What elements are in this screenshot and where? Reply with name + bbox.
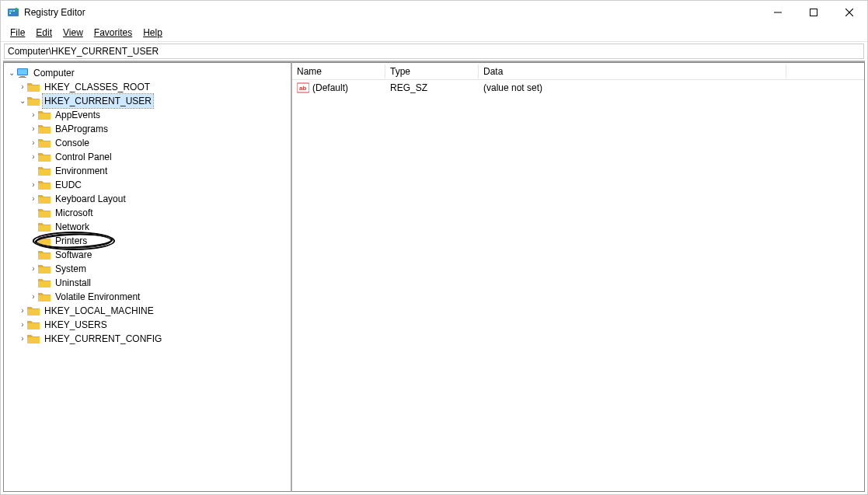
folder-icon bbox=[38, 221, 51, 232]
tree-label: EUDC bbox=[54, 178, 83, 192]
svg-rect-3 bbox=[9, 12, 11, 14]
tree-node-system[interactable]: ›System bbox=[7, 262, 291, 276]
values-pane[interactable]: Name Type Data ab (Default) REG_SZ (valu… bbox=[292, 62, 865, 492]
chevron-right-icon[interactable]: › bbox=[29, 262, 38, 276]
folder-icon bbox=[27, 319, 40, 330]
chevron-right-icon[interactable]: › bbox=[29, 192, 38, 206]
chevron-right-icon[interactable]: › bbox=[18, 332, 27, 346]
string-value-icon: ab bbox=[297, 82, 309, 93]
minimize-button[interactable] bbox=[760, 1, 796, 24]
tree-node-eudc[interactable]: ›EUDC bbox=[7, 178, 291, 192]
tree-node-console[interactable]: ›Console bbox=[7, 136, 291, 150]
folder-icon bbox=[38, 263, 51, 274]
folder-icon bbox=[27, 333, 40, 344]
tree-label: System bbox=[54, 262, 88, 276]
tree-node-software[interactable]: ›Software bbox=[7, 248, 291, 262]
svg-rect-6 bbox=[810, 9, 817, 16]
tree-label: Microsoft bbox=[54, 206, 95, 220]
tree-node-microsoft[interactable]: ›Microsoft bbox=[7, 206, 291, 220]
menu-edit[interactable]: Edit bbox=[31, 26, 57, 40]
tree-node-hkcr[interactable]: › HKEY_CLASSES_ROOT bbox=[7, 80, 291, 94]
content-area: ⌄ Computer › HKEY_CLASSES_ROOT ⌄ HKEY_CU… bbox=[3, 61, 865, 492]
tree-node-environment[interactable]: ›Environment bbox=[7, 164, 291, 178]
tree-node-hklm[interactable]: ›HKEY_LOCAL_MACHINE bbox=[7, 304, 291, 318]
chevron-right-icon[interactable]: › bbox=[18, 304, 27, 318]
chevron-right-icon[interactable]: › bbox=[29, 150, 38, 164]
tree-label: Network bbox=[54, 220, 91, 234]
col-header-data[interactable]: Data bbox=[479, 64, 786, 78]
tree-label: Software bbox=[54, 248, 93, 262]
tree-label: Volatile Environment bbox=[54, 290, 141, 304]
folder-icon bbox=[27, 305, 40, 316]
tree-label: Environment bbox=[54, 164, 109, 178]
chevron-right-icon[interactable]: › bbox=[29, 290, 38, 304]
folder-icon bbox=[38, 277, 51, 288]
value-name: (Default) bbox=[312, 82, 348, 93]
svg-rect-2 bbox=[13, 10, 15, 12]
tree-pane[interactable]: ⌄ Computer › HKEY_CLASSES_ROOT ⌄ HKEY_CU… bbox=[3, 62, 292, 492]
address-bar[interactable]: Computer\HKEY_CURRENT_USER bbox=[4, 44, 864, 59]
chevron-right-icon[interactable]: › bbox=[29, 234, 38, 248]
tree-label: HKEY_USERS bbox=[43, 318, 109, 332]
svg-text:ab: ab bbox=[299, 85, 306, 92]
menu-help[interactable]: Help bbox=[138, 26, 167, 40]
svg-rect-13 bbox=[20, 76, 25, 77]
tree-node-volatile[interactable]: ›Volatile Environment bbox=[7, 290, 291, 304]
folder-icon bbox=[38, 249, 51, 260]
tree-node-hkcu[interactable]: ⌄ HKEY_CURRENT_USER bbox=[7, 94, 291, 108]
menu-file[interactable]: File bbox=[5, 26, 30, 40]
titlebar: Registry Editor bbox=[1, 1, 867, 24]
address-text: Computer\HKEY_CURRENT_USER bbox=[8, 46, 159, 57]
tree-node-baprograms[interactable]: ›BAPrograms bbox=[7, 122, 291, 136]
svg-rect-1 bbox=[9, 10, 12, 12]
tree-node-hkcc[interactable]: ›HKEY_CURRENT_CONFIG bbox=[7, 332, 291, 346]
folder-icon bbox=[38, 110, 51, 120]
tree-label: HKEY_CLASSES_ROOT bbox=[43, 80, 152, 94]
menu-favorites[interactable]: Favorites bbox=[89, 26, 137, 40]
window-title: Registry Editor bbox=[24, 7, 760, 18]
chevron-right-icon[interactable]: › bbox=[18, 80, 27, 94]
chevron-right-icon[interactable]: › bbox=[29, 108, 38, 122]
tree-label: Keyboard Layout bbox=[54, 192, 127, 206]
computer-icon bbox=[16, 68, 29, 78]
chevron-right-icon[interactable]: › bbox=[29, 136, 38, 150]
value-type: REG_SZ bbox=[385, 82, 479, 93]
svg-rect-14 bbox=[19, 77, 26, 78]
svg-rect-12 bbox=[18, 69, 27, 75]
tree-label: HKEY_LOCAL_MACHINE bbox=[43, 304, 155, 318]
tree-node-controlpanel[interactable]: ›Control Panel bbox=[7, 150, 291, 164]
col-header-extra[interactable] bbox=[786, 70, 864, 73]
tree-label: HKEY_CURRENT_CONFIG bbox=[43, 332, 163, 346]
tree-node-computer[interactable]: ⌄ Computer bbox=[7, 66, 291, 80]
regedit-icon bbox=[7, 6, 19, 19]
tree-label: Console bbox=[54, 136, 91, 150]
close-button[interactable] bbox=[831, 1, 867, 24]
folder-icon bbox=[38, 152, 51, 162]
folder-icon bbox=[38, 193, 51, 204]
chevron-right-icon[interactable]: › bbox=[29, 178, 38, 192]
col-header-type[interactable]: Type bbox=[385, 64, 479, 78]
chevron-right-icon[interactable]: › bbox=[29, 122, 38, 136]
tree-node-hku[interactable]: ›HKEY_USERS bbox=[7, 318, 291, 332]
folder-icon bbox=[38, 235, 51, 246]
tree-label: HKEY_CURRENT_USER bbox=[43, 94, 153, 108]
chevron-right-icon[interactable]: › bbox=[18, 318, 27, 332]
col-header-name[interactable]: Name bbox=[292, 64, 385, 78]
maximize-button[interactable] bbox=[796, 1, 831, 24]
folder-icon bbox=[38, 166, 51, 176]
folder-icon bbox=[27, 96, 40, 106]
tree-node-printers[interactable]: ›Printers bbox=[7, 234, 291, 248]
menu-view[interactable]: View bbox=[58, 26, 88, 40]
svg-point-4 bbox=[15, 8, 18, 11]
chevron-down-icon[interactable]: ⌄ bbox=[7, 66, 16, 80]
list-row[interactable]: ab (Default) REG_SZ (value not set) bbox=[292, 80, 864, 96]
folder-icon bbox=[38, 180, 51, 190]
chevron-down-icon[interactable]: ⌄ bbox=[18, 94, 27, 108]
tree-node-uninstall[interactable]: ›Uninstall bbox=[7, 276, 291, 290]
tree-node-appevents[interactable]: ›AppEvents bbox=[7, 108, 291, 122]
tree-node-network[interactable]: ›Network bbox=[7, 220, 291, 234]
menubar: File Edit View Favorites Help bbox=[1, 24, 867, 42]
folder-icon bbox=[27, 82, 40, 92]
tree-label: Computer bbox=[32, 66, 76, 80]
tree-node-keyboard[interactable]: ›Keyboard Layout bbox=[7, 192, 291, 206]
